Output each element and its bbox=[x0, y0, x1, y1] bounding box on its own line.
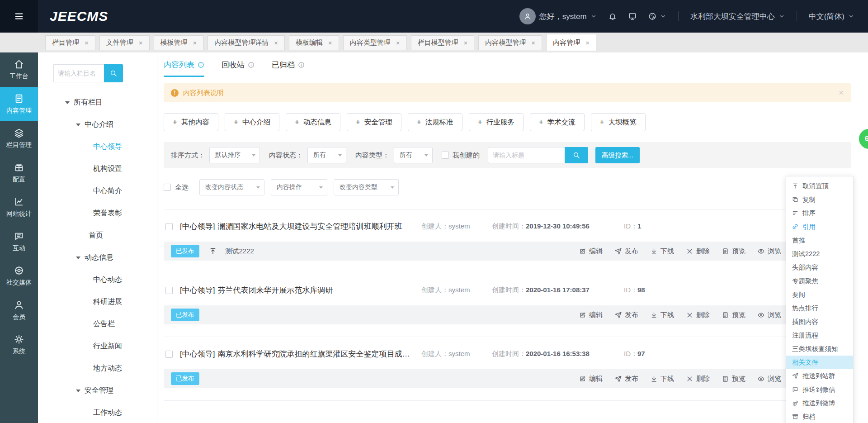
menu-toggle-button[interactable] bbox=[0, 0, 38, 33]
tree-item-行业新闻[interactable]: 行业新闻 bbox=[38, 335, 157, 357]
delete-action[interactable]: 删除 bbox=[686, 311, 710, 319]
browse-action[interactable]: 浏览 bbox=[758, 247, 781, 256]
edit-action[interactable]: 编辑 bbox=[579, 311, 603, 319]
item-title[interactable]: 南京水利科学研究院承担的红旗渠灌区安全鉴定项目成果报告顺利通过专家审查 bbox=[217, 349, 410, 359]
menu-item-推送到微博[interactable]: 推送到微博 bbox=[786, 396, 853, 410]
menu-item-要闻[interactable]: 要闻 bbox=[786, 288, 853, 301]
item-title[interactable]: 芬兰代表团来华开展示范水库调研 bbox=[217, 285, 410, 295]
sidebar-item-social[interactable]: 社交媒体 bbox=[0, 259, 38, 293]
notifications-bell-icon[interactable] bbox=[609, 12, 617, 20]
sidebar-item-config[interactable]: 配置 bbox=[0, 156, 38, 190]
add-button-动态信息[interactable]: +动态信息 bbox=[286, 113, 340, 131]
browse-action[interactable]: 浏览 bbox=[758, 375, 781, 383]
add-button-法规标准[interactable]: +法规标准 bbox=[408, 113, 462, 131]
tree-search-input[interactable] bbox=[53, 64, 104, 82]
tree-item-荣誉表彰[interactable]: 荣誉表彰 bbox=[38, 202, 157, 224]
window-tab-内容类型管理[interactable]: 内容类型管理× bbox=[343, 35, 407, 50]
window-tab-内容管理[interactable]: 内容管理× bbox=[546, 34, 596, 51]
tree-item-地方动态[interactable]: 地方动态 bbox=[38, 357, 157, 380]
add-button-学术交流[interactable]: +学术交流 bbox=[530, 113, 585, 131]
delete-action[interactable]: 删除 bbox=[686, 375, 710, 383]
tree-search-button[interactable] bbox=[104, 64, 123, 82]
sidebar-item-system[interactable]: 系统 bbox=[0, 328, 38, 362]
close-icon[interactable]: × bbox=[396, 39, 400, 47]
monitor-icon[interactable] bbox=[628, 12, 637, 20]
menu-item-头部内容[interactable]: 头部内容 bbox=[786, 261, 853, 274]
title-search-input[interactable] bbox=[488, 147, 565, 163]
menu-item-排序[interactable]: 排序 bbox=[786, 206, 853, 220]
sidebar-item-channel[interactable]: 栏目管理 bbox=[0, 121, 38, 156]
sidebar-item-member[interactable]: 会员 bbox=[0, 293, 38, 328]
tab-content-list[interactable]: 内容列表 bbox=[164, 60, 204, 77]
sidebar-item-content[interactable]: 内容管理 bbox=[0, 87, 38, 121]
menu-item-首推[interactable]: 首推 bbox=[786, 233, 853, 247]
menu-item-归档[interactable]: 归档 bbox=[786, 410, 853, 423]
window-tab-模板管理[interactable]: 模板管理× bbox=[154, 35, 204, 50]
change-type-select[interactable]: 改变内容类型 bbox=[334, 179, 399, 195]
sidebar-item-interaction[interactable]: 互动 bbox=[0, 224, 38, 259]
close-icon[interactable]: × bbox=[585, 39, 590, 47]
tree-item-所有栏目[interactable]: 所有栏目 bbox=[38, 91, 157, 114]
tree-item-中心领导[interactable]: 中心领导 bbox=[38, 136, 157, 158]
offline-action[interactable]: 下线 bbox=[651, 311, 674, 319]
site-selector[interactable]: 水利部大坝安全管理中心 bbox=[690, 11, 785, 22]
publish-action[interactable]: 发布 bbox=[615, 247, 638, 256]
menu-item-注册流程[interactable]: 注册流程 bbox=[786, 328, 853, 342]
title-search-button[interactable] bbox=[565, 147, 588, 163]
tree-item-公告栏[interactable]: 公告栏 bbox=[38, 313, 157, 335]
item-checkbox[interactable] bbox=[165, 287, 173, 294]
item-checkbox[interactable] bbox=[165, 223, 173, 230]
offline-action[interactable]: 下线 bbox=[651, 375, 674, 383]
menu-item-相关文件[interactable]: 相关文件 bbox=[786, 356, 853, 369]
menu-item-复制[interactable]: 复制 bbox=[786, 193, 853, 206]
item-checkbox[interactable] bbox=[165, 351, 173, 358]
sidebar-item-workbench[interactable]: 工作台 bbox=[0, 52, 38, 87]
close-icon[interactable]: × bbox=[328, 39, 332, 47]
menu-item-专题聚焦[interactable]: 专题聚焦 bbox=[786, 274, 853, 288]
close-icon[interactable]: × bbox=[464, 39, 468, 47]
menu-item-引用[interactable]: 引用 bbox=[786, 220, 853, 233]
offline-action[interactable]: 下线 bbox=[651, 247, 674, 256]
tree-item-安全管理[interactable]: 安全管理 bbox=[38, 380, 157, 402]
tree-item-中心动态[interactable]: 中心动态 bbox=[38, 269, 157, 291]
tab-archived[interactable]: 已归档 bbox=[272, 60, 305, 76]
window-tab-栏目模型管理[interactable]: 栏目模型管理× bbox=[411, 35, 475, 50]
checkbox[interactable] bbox=[164, 184, 171, 191]
publish-action[interactable]: 发布 bbox=[615, 311, 638, 319]
change-status-select[interactable]: 改变内容状态 bbox=[199, 179, 264, 195]
menu-item-测试2222[interactable]: 测试2222 bbox=[786, 247, 853, 261]
add-button-中心介绍[interactable]: +中心介绍 bbox=[225, 113, 279, 131]
tree-item-首页[interactable]: 首页 bbox=[38, 224, 157, 247]
checkbox[interactable] bbox=[442, 152, 449, 159]
menu-item-三类坝核查须知[interactable]: 三类坝核查须知 bbox=[786, 342, 853, 356]
tree-item-科研进展[interactable]: 科研进展 bbox=[38, 291, 157, 313]
delete-action[interactable]: 删除 bbox=[686, 247, 710, 256]
tree-item-机构设置[interactable]: 机构设置 bbox=[38, 158, 157, 180]
add-button-其他内容[interactable]: +其他内容 bbox=[164, 113, 218, 131]
preview-action[interactable]: 预览 bbox=[722, 375, 745, 383]
window-tab-内容模型管理[interactable]: 内容模型管理× bbox=[478, 35, 542, 50]
advanced-search-button[interactable]: 高级搜索... bbox=[595, 147, 640, 163]
add-button-大坝概览[interactable]: +大坝概览 bbox=[591, 113, 646, 131]
tab-recycle-bin[interactable]: 回收站 bbox=[222, 60, 255, 76]
language-selector[interactable]: 中文(简体) bbox=[809, 11, 854, 22]
preview-action[interactable]: 预览 bbox=[722, 311, 745, 319]
menu-item-推送到微信[interactable]: 推送到微信 bbox=[786, 383, 853, 396]
close-icon[interactable]: × bbox=[193, 39, 197, 47]
item-title[interactable]: 澜湄国家水电站及大坝建设与安全管理培训班顺利开班 bbox=[217, 221, 410, 232]
add-button-安全管理[interactable]: +安全管理 bbox=[347, 113, 401, 131]
close-icon[interactable]: × bbox=[839, 88, 844, 98]
sort-select[interactable]: 默认排序 bbox=[209, 147, 260, 163]
menu-item-插图内容[interactable]: 插图内容 bbox=[786, 315, 853, 328]
add-button-行业服务[interactable]: +行业服务 bbox=[469, 113, 524, 131]
menu-item-推送到站群[interactable]: 推送到站群 bbox=[786, 369, 853, 383]
select-all-checkbox[interactable]: 全选 bbox=[164, 183, 189, 192]
type-select[interactable]: 所有 bbox=[394, 147, 433, 163]
window-tab-文件管理[interactable]: 文件管理× bbox=[99, 35, 150, 50]
tree-item-中心简介[interactable]: 中心简介 bbox=[38, 180, 157, 202]
preview-action[interactable]: 预览 bbox=[722, 247, 745, 256]
sidebar-item-stats[interactable]: 网站统计 bbox=[0, 190, 38, 224]
status-select[interactable]: 所有 bbox=[307, 147, 346, 163]
edit-action[interactable]: 编辑 bbox=[579, 247, 603, 256]
content-operation-select[interactable]: 内容操作 bbox=[271, 179, 327, 195]
